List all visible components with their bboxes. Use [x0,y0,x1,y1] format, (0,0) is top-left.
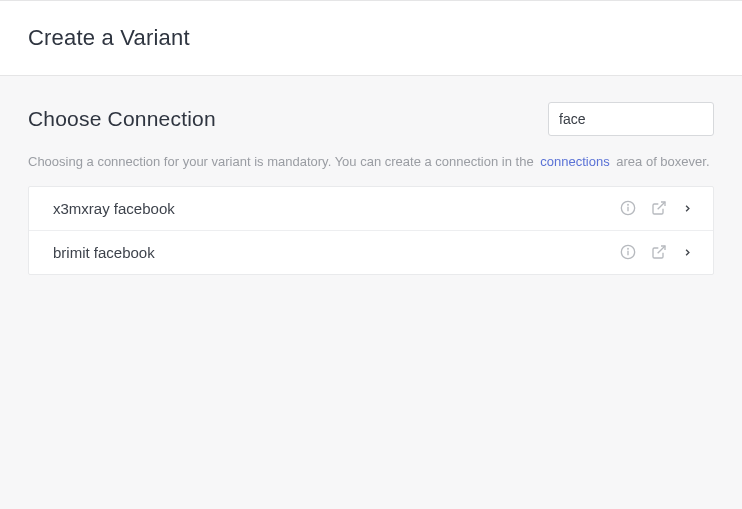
row-actions [620,200,693,216]
connection-label: brimit facebook [53,244,155,261]
connection-row[interactable]: x3mxray facebook [29,187,713,231]
svg-point-2 [628,204,629,205]
info-icon[interactable] [620,200,636,216]
external-link-icon[interactable] [651,200,667,216]
chevron-right-icon [682,203,693,214]
description-suffix: area of boxever. [616,154,709,169]
connection-label: x3mxray facebook [53,200,175,217]
external-link-icon[interactable] [651,244,667,260]
connections-list: x3mxray facebook [28,186,714,275]
page-title: Create a Variant [28,25,714,51]
svg-line-3 [658,202,665,209]
row-actions [620,244,693,260]
svg-line-7 [658,246,665,253]
info-icon[interactable] [620,244,636,260]
section-description: Choosing a connection for your variant i… [28,152,714,172]
content-area: Choose Connection Choosing a connection … [0,76,742,301]
section-header-row: Choose Connection [28,102,714,136]
connections-link[interactable]: connections [537,154,612,169]
svg-point-6 [628,248,629,249]
connection-search-input[interactable] [548,102,714,136]
section-title: Choose Connection [28,107,216,131]
connection-row[interactable]: brimit facebook [29,231,713,274]
chevron-right-icon [682,247,693,258]
page-header: Create a Variant [0,0,742,76]
description-prefix: Choosing a connection for your variant i… [28,154,534,169]
